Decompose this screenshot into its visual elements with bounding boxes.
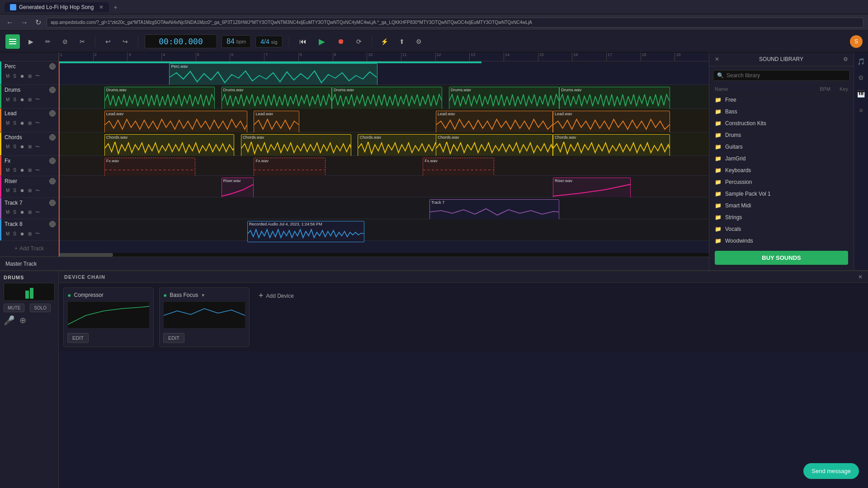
new-tab-btn[interactable]: + <box>111 4 120 11</box>
add-device-button[interactable]: + Add Device <box>255 287 297 304</box>
library-close-icon[interactable]: ✕ <box>715 56 719 62</box>
record-arm-button[interactable]: 🎤 <box>4 315 15 326</box>
device-on-icon-bass-focus[interactable]: ● <box>163 291 167 299</box>
fx-track7[interactable]: ⊞ <box>27 209 33 215</box>
clip-drums-5[interactable]: Drums.wav <box>559 87 670 110</box>
arm-fx[interactable]: ⏺ <box>19 167 26 173</box>
library-search-bar[interactable]: 🔍 <box>713 70 850 81</box>
clip-drums-4[interactable]: Drums.wav <box>449 87 559 110</box>
volume-knob-fx[interactable] <box>49 158 56 164</box>
mute-riser[interactable]: M <box>5 188 11 193</box>
tab-close[interactable]: ✕ <box>99 4 104 10</box>
clip-fx-3[interactable]: Fx.wav <box>423 158 494 177</box>
library-item-bass[interactable]: 📁 Bass <box>709 106 854 117</box>
clip-lead-4[interactable]: Lead.wav <box>553 111 670 134</box>
volume-knob-perc[interactable] <box>49 63 56 70</box>
mute-lead[interactable]: M <box>5 120 11 126</box>
clip-chords-1[interactable]: Chords.wav <box>104 134 235 158</box>
mute-track7[interactable]: M <box>5 209 11 215</box>
bpm-display[interactable]: 84 bpm <box>222 35 251 48</box>
fx-chords[interactable]: ⊞ <box>27 144 33 150</box>
user-avatar[interactable]: S <box>850 35 863 48</box>
device-on-icon-compressor[interactable]: ● <box>67 291 71 299</box>
expand-track8[interactable]: 〜 <box>34 230 41 237</box>
back-btn[interactable]: ← <box>5 19 15 27</box>
fx-lead[interactable]: ⊞ <box>27 120 33 126</box>
clip-riser-2[interactable]: Riser.wav <box>553 178 631 199</box>
volume-knob-track8[interactable] <box>49 221 56 227</box>
clip-track8-1[interactable]: Recorded Audio Jul 4, 2023, 1:24:56 PM <box>247 221 364 242</box>
settings-btn[interactable]: ⚙ <box>413 35 425 48</box>
solo-perc[interactable]: S <box>12 73 18 79</box>
pencil-tool[interactable]: ✏ <box>42 35 54 48</box>
add-track-button[interactable]: + Add Track <box>0 241 58 257</box>
clip-drums-2[interactable]: Drums.wav <box>222 87 332 110</box>
fx-track8[interactable]: ⊞ <box>27 231 33 237</box>
solo-button[interactable]: SOLO <box>30 304 51 312</box>
horizontal-scrollbar[interactable] <box>59 253 709 257</box>
solo-track7[interactable]: S <box>12 209 18 215</box>
solo-drums[interactable]: S <box>12 97 18 103</box>
mute-button[interactable]: MUTE <box>4 304 24 312</box>
scrollbar-thumb[interactable] <box>59 253 113 257</box>
volume-knob-drums[interactable] <box>49 87 56 93</box>
expand-perc[interactable]: 〜 <box>34 72 41 80</box>
fx-fx[interactable]: ⊞ <box>27 167 33 173</box>
arm-track8[interactable]: ⏺ <box>19 231 26 237</box>
mute-drums[interactable]: M <box>5 97 11 103</box>
library-item-smartmidi[interactable]: 📁 Smart Midi <box>709 200 854 211</box>
bass-focus-edit-button[interactable]: EDIT <box>163 333 184 343</box>
clip-lead-3[interactable]: Lead.wav <box>436 111 553 134</box>
record-btn[interactable]: ⏺ <box>334 34 348 49</box>
clip-chords-2[interactable]: Chords.wav <box>241 134 351 158</box>
menu-button[interactable] <box>5 34 20 49</box>
skip-start-btn[interactable]: ⏮ <box>296 34 310 49</box>
library-item-vocals[interactable]: 📁 Vocals <box>709 223 854 235</box>
expand-riser[interactable]: 〜 <box>34 187 41 194</box>
loop-btn[interactable]: ⟳ <box>353 35 365 48</box>
send-message-button[interactable]: Send message <box>803 463 859 479</box>
arm-chords[interactable]: ⏺ <box>19 144 26 150</box>
arm-track7[interactable]: ⏺ <box>19 209 26 215</box>
fx-perc[interactable]: ⊞ <box>27 73 33 79</box>
clip-chords-4[interactable]: Chords.wav <box>436 134 553 158</box>
expand-lead[interactable]: 〜 <box>34 119 41 127</box>
compressor-edit-button[interactable]: EDIT <box>67 333 89 343</box>
expand-track7[interactable]: 〜 <box>34 209 41 216</box>
clip-track7-1[interactable]: Track 7 <box>429 199 560 221</box>
reload-btn[interactable]: ↻ <box>33 18 43 27</box>
device-chain-close[interactable]: ✕ <box>858 274 863 280</box>
eraser-tool[interactable]: ⊘ <box>59 35 71 48</box>
library-item-construction[interactable]: 📁 Construction Kits <box>709 117 854 129</box>
expand-chords[interactable]: 〜 <box>34 143 41 150</box>
mute-perc[interactable]: M <box>5 73 11 79</box>
clip-lead-1[interactable]: Lead.wav <box>104 111 247 134</box>
solo-lead[interactable]: S <box>12 120 18 126</box>
clip-riser-1[interactable]: Riser.wav <box>222 178 254 199</box>
library-item-samplepack[interactable]: 📁 Sample Pack Vol 1 <box>709 188 854 200</box>
volume-knob-lead[interactable] <box>49 110 56 117</box>
select-tool[interactable]: ▶ <box>24 35 37 48</box>
sidebar-icon-1[interactable]: 🎵 <box>855 56 867 67</box>
dropdown-arrow-bass-focus[interactable]: ▼ <box>201 293 205 298</box>
clip-chords-5[interactable]: Chords.wav <box>553 134 670 158</box>
library-item-woodwinds[interactable]: 📁 Woodwinds <box>709 235 854 245</box>
export-btn[interactable]: ⬆ <box>396 35 408 48</box>
fx-riser[interactable]: ⊞ <box>27 188 33 193</box>
library-item-drums[interactable]: 📁 Drums <box>709 129 854 141</box>
arm-riser[interactable]: ⏺ <box>19 188 26 193</box>
clip-lead-2[interactable]: Lead.wav <box>254 111 299 134</box>
solo-chords[interactable]: S <box>12 144 18 150</box>
buy-sounds-button[interactable]: BUY SOUNDS <box>715 251 848 265</box>
time-sig-display[interactable]: 4/4 sig <box>255 36 282 47</box>
arm-lead[interactable]: ⏺ <box>19 120 26 126</box>
clip-fx-1[interactable]: Fx.wav <box>104 158 195 177</box>
volume-knob-chords[interactable] <box>49 134 56 141</box>
volume-knob-riser[interactable] <box>49 178 56 184</box>
mute-fx[interactable]: M <box>5 167 11 173</box>
fx-drums[interactable]: ⊞ <box>27 97 33 103</box>
mute-track8[interactable]: M <box>5 231 11 237</box>
library-item-percussion[interactable]: 📁 Percussion <box>709 176 854 188</box>
clip-fx-2[interactable]: Fx.wav <box>254 158 325 177</box>
solo-riser[interactable]: S <box>12 188 18 193</box>
